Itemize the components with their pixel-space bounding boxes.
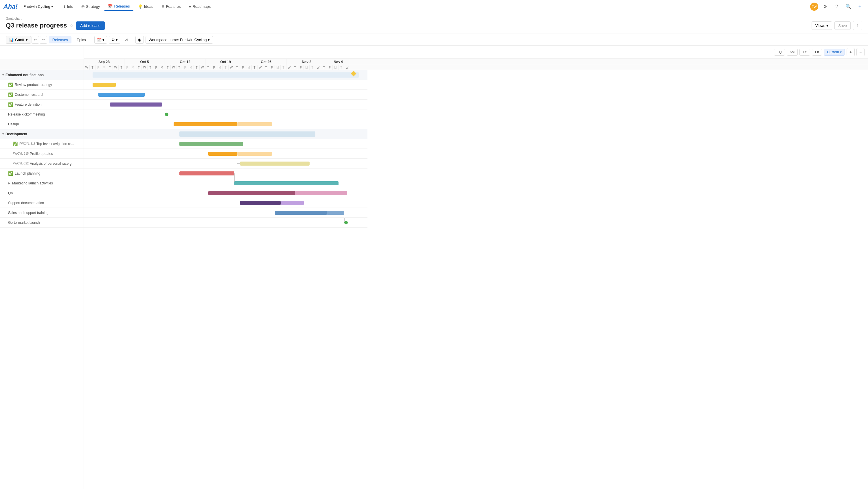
row-marketing-launch-activities[interactable]: ▶ Marketing launch activities [0,178,84,188]
add-icon[interactable]: + [855,2,865,11]
time-1q-button[interactable]: 1Q [774,49,785,56]
toolbar: 📊 Gantt ▾ ↩ ↪ Releases Epics 📅 ▾ ⚙ ▾ ⊿ ◉… [0,34,868,46]
day-cell: F [124,65,130,70]
gantt-view-button[interactable]: 📊 Gantt ▾ [6,36,31,44]
zoom-out-button[interactable]: − [857,48,865,56]
day-cell: F [211,65,217,70]
bar-customer-research[interactable] [98,93,145,97]
help-icon[interactable]: ? [832,2,841,11]
row-customer-research[interactable]: ✅ Customer research [0,90,84,99]
undo-button[interactable]: ↩ [32,36,39,44]
day-cell: T [177,65,182,70]
row-sales-support-training[interactable]: Sales and support training [0,208,84,218]
bar-design-light[interactable] [237,122,272,126]
bar-fwcyl-315-light[interactable] [237,152,272,156]
bar-fwcyl-315-solid[interactable] [208,152,237,156]
row-label: Design [8,122,81,126]
calendar-options-button[interactable]: 📅 ▾ [94,36,107,44]
bar-support-doc-solid[interactable] [240,201,281,205]
bar-fwcyl-322[interactable] [240,162,310,166]
day-cell: W [344,65,350,70]
row-development[interactable]: ▾ Development [0,129,84,139]
epics-tab[interactable]: Epics [73,36,89,44]
bar-sales-training-light[interactable] [327,211,344,215]
nav-releases[interactable]: 📅 Releases [104,2,133,11]
zoom-in-button[interactable]: + [846,48,855,56]
row-support-documentation[interactable]: Support documentation [0,198,84,208]
nav-info[interactable]: ℹ Info [60,3,77,10]
redo-button[interactable]: ↪ [40,36,47,44]
day-cell: T [321,65,327,70]
row-review-product-strategy[interactable]: ✅ Review product strategy [0,80,84,90]
day-cell: W [142,65,148,70]
settings-icon[interactable]: ⚙ [820,2,830,11]
nav-releases-label: Releases [114,4,130,8]
bar-support-doc-light[interactable] [281,201,304,205]
milestone-go-to-market[interactable] [344,221,348,224]
bar-launch-planning[interactable] [179,171,235,175]
search-icon[interactable]: 🔍 [844,2,853,11]
lightbulb-icon: 💡 [138,4,143,9]
favorite-star-icon[interactable]: ☆ [69,23,73,28]
day-cell: T [223,65,228,70]
time-1y-button[interactable]: 1Y [799,49,810,56]
day-cell: W [228,65,235,70]
nav-ideas[interactable]: 💡 Ideas [134,3,157,10]
nav-actions: FW ⚙ ? 🔍 + [810,2,865,11]
calendar-header: Sep 28 Oct 5 Oct 12 Oct 19 Oct 26 Nov 2 … [84,59,868,70]
row-enhanced-notifications[interactable]: ▾ Enhanced notifications [0,70,84,80]
filter-button[interactable]: ⊿ [122,36,130,44]
collapse-icon[interactable]: ▾ [2,73,4,77]
row-label: Review product strategy [15,83,81,87]
collapse-icon[interactable]: ▶ [8,181,10,185]
row-release-kickoff-meeting[interactable]: Release kickoff meeting [0,110,84,119]
day-cell: W [286,65,292,70]
milestone-kickoff[interactable] [165,113,168,116]
nav-roadmaps[interactable]: ≡ Roadmaps [185,3,214,10]
main-content: ▾ Enhanced notifications ✅ Review produc… [0,46,868,489]
check-icon: ✅ [8,83,13,87]
circle-settings-button[interactable]: ◉ [135,36,144,44]
row-go-to-market-launch[interactable]: Go-to-market launch [0,218,84,228]
day-cell: W [199,65,206,70]
row-feature-definition[interactable]: ✅ Feature definition [0,99,84,110]
t-row-design [84,119,368,129]
views-button[interactable]: Views ▾ [812,22,832,30]
t-row-review-product-strategy [84,80,368,90]
add-release-button[interactable]: Add release [76,22,105,30]
bar-fwcyl-318[interactable] [179,142,243,146]
workspace-selector[interactable]: Fredwin Cycling ▾ [21,3,56,10]
bar-feature-definition[interactable] [110,103,162,107]
time-fit-button[interactable]: Fit [812,49,822,56]
row-fwcyl-322[interactable]: FWCYL-322 Analysis of personal race g... [0,159,84,169]
nav-features[interactable]: ⊞ Features [158,3,184,10]
workspace-filter-label: Workspace name: Fredwin Cycling [149,38,207,42]
nav-features-label: Features [166,4,181,9]
collapse-icon[interactable]: ▾ [2,132,4,136]
row-qa[interactable]: QA [0,188,84,198]
releases-tab[interactable]: Releases [49,36,71,44]
bar-sales-training-solid[interactable] [275,211,327,215]
t-row-feature-definition [84,99,368,110]
time-custom-button[interactable]: Custom ▾ [824,49,845,56]
avatar[interactable]: FW [810,3,818,11]
month-oct26: Oct 26 [246,59,286,65]
bar-qa-solid[interactable] [208,191,295,195]
day-cell: M [159,65,165,70]
workspace-filter-button[interactable]: Workspace name: Fredwin Cycling ▾ [146,36,213,44]
save-button[interactable]: Save [834,22,850,30]
row-fwcyl-315[interactable]: FWCYL-315 Profile updates [0,149,84,159]
nav-strategy[interactable]: ◎ Strategy [78,3,103,10]
bar-design-solid[interactable] [174,122,237,126]
row-design[interactable]: Design [0,119,84,129]
bar-qa-light[interactable] [295,191,347,195]
settings-options-button[interactable]: ⚙ ▾ [109,36,120,44]
row-fwcyl-318[interactable]: ✅ FWCYL-318 Top-level navigation re... [0,139,84,149]
row-launch-planning[interactable]: ✅ Launch planning [0,169,84,178]
bar-marketing-launch[interactable] [235,181,339,185]
toolbar-separator [92,37,92,42]
bar-review-product-strategy[interactable] [93,83,116,87]
export-icon[interactable]: ↑ [853,21,862,30]
time-6m-button[interactable]: 6M [787,49,798,56]
check-icon: ✅ [8,171,13,176]
